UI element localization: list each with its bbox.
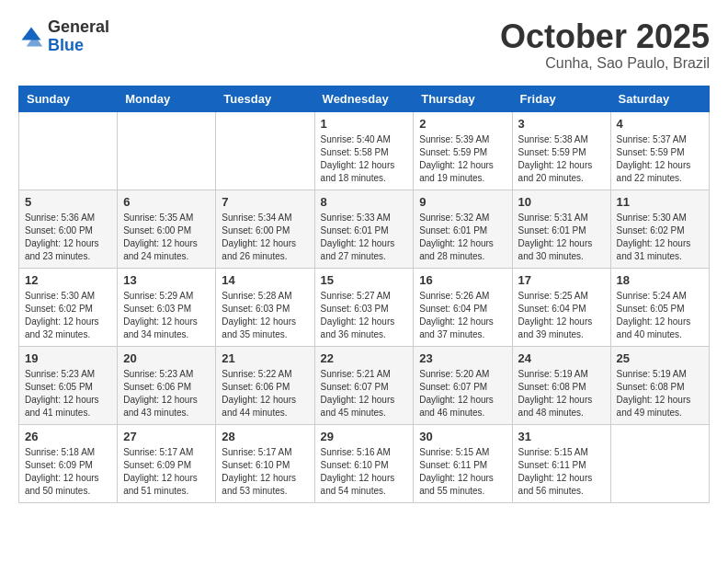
calendar-day-cell: 17Sunrise: 5:25 AM Sunset: 6:04 PM Dayli… <box>512 268 610 346</box>
calendar-day-cell: 29Sunrise: 5:16 AM Sunset: 6:10 PM Dayli… <box>314 424 414 502</box>
calendar-day-cell: 18Sunrise: 5:24 AM Sunset: 6:05 PM Dayli… <box>610 268 709 346</box>
calendar-day-cell: 3Sunrise: 5:38 AM Sunset: 5:59 PM Daylig… <box>512 111 610 190</box>
calendar-day-cell: 12Sunrise: 5:30 AM Sunset: 6:02 PM Dayli… <box>19 268 118 346</box>
calendar-day-cell: 30Sunrise: 5:15 AM Sunset: 6:11 PM Dayli… <box>414 424 512 502</box>
day-number: 5 <box>25 195 111 209</box>
day-info: Sunrise: 5:19 AM Sunset: 6:08 PM Dayligh… <box>617 368 703 419</box>
day-info: Sunrise: 5:33 AM Sunset: 6:01 PM Dayligh… <box>321 212 408 263</box>
day-info: Sunrise: 5:15 AM Sunset: 6:11 PM Dayligh… <box>518 446 605 498</box>
calendar-day-cell: 22Sunrise: 5:21 AM Sunset: 6:07 PM Dayli… <box>314 346 414 424</box>
calendar-week-row: 1Sunrise: 5:40 AM Sunset: 5:58 PM Daylig… <box>19 111 710 190</box>
calendar-day-cell: 16Sunrise: 5:26 AM Sunset: 6:04 PM Dayli… <box>414 268 512 346</box>
calendar-day-cell <box>610 424 709 502</box>
day-number: 23 <box>419 351 506 365</box>
logo: General Blue <box>18 18 109 55</box>
day-info: Sunrise: 5:27 AM Sunset: 6:03 PM Dayligh… <box>321 290 408 341</box>
day-info: Sunrise: 5:24 AM Sunset: 6:05 PM Dayligh… <box>617 290 703 341</box>
day-number: 7 <box>222 195 308 209</box>
day-number: 20 <box>123 351 210 365</box>
calendar-day-cell: 31Sunrise: 5:15 AM Sunset: 6:11 PM Dayli… <box>512 424 610 502</box>
page-container: General Blue October 2025 Cunha, Sao Pau… <box>18 18 710 503</box>
calendar-day-cell: 11Sunrise: 5:30 AM Sunset: 6:02 PM Dayli… <box>610 190 709 268</box>
calendar-day-cell: 15Sunrise: 5:27 AM Sunset: 6:03 PM Dayli… <box>314 268 414 346</box>
weekday-header: Tuesday <box>216 86 314 111</box>
month-title: October 2025 <box>500 18 710 55</box>
calendar-day-cell: 5Sunrise: 5:36 AM Sunset: 6:00 PM Daylig… <box>19 190 118 268</box>
calendar-week-row: 19Sunrise: 5:23 AM Sunset: 6:05 PM Dayli… <box>19 346 710 424</box>
day-number: 26 <box>25 430 111 443</box>
day-info: Sunrise: 5:30 AM Sunset: 6:02 PM Dayligh… <box>25 290 111 341</box>
day-info: Sunrise: 5:17 AM Sunset: 6:10 PM Dayligh… <box>222 446 308 498</box>
calendar-week-row: 5Sunrise: 5:36 AM Sunset: 6:00 PM Daylig… <box>19 190 710 268</box>
day-info: Sunrise: 5:38 AM Sunset: 5:59 PM Dayligh… <box>518 133 605 185</box>
calendar-day-cell: 21Sunrise: 5:22 AM Sunset: 6:06 PM Dayli… <box>216 346 314 424</box>
calendar-day-cell: 23Sunrise: 5:20 AM Sunset: 6:07 PM Dayli… <box>414 346 512 424</box>
header: General Blue October 2025 Cunha, Sao Pau… <box>18 18 710 72</box>
day-info: Sunrise: 5:40 AM Sunset: 5:58 PM Dayligh… <box>321 133 408 185</box>
calendar-week-row: 26Sunrise: 5:18 AM Sunset: 6:09 PM Dayli… <box>19 424 710 502</box>
weekday-row: SundayMondayTuesdayWednesdayThursdayFrid… <box>19 86 710 111</box>
calendar-week-row: 12Sunrise: 5:30 AM Sunset: 6:02 PM Dayli… <box>19 268 710 346</box>
calendar-day-cell: 26Sunrise: 5:18 AM Sunset: 6:09 PM Dayli… <box>19 424 118 502</box>
day-number: 18 <box>617 273 703 287</box>
day-number: 13 <box>123 273 210 287</box>
day-info: Sunrise: 5:26 AM Sunset: 6:04 PM Dayligh… <box>419 290 506 341</box>
calendar-day-cell: 2Sunrise: 5:39 AM Sunset: 5:59 PM Daylig… <box>414 111 512 190</box>
calendar-day-cell: 14Sunrise: 5:28 AM Sunset: 6:03 PM Dayli… <box>216 268 314 346</box>
weekday-header: Wednesday <box>314 86 414 111</box>
day-info: Sunrise: 5:39 AM Sunset: 5:59 PM Dayligh… <box>419 133 506 185</box>
calendar-day-cell: 24Sunrise: 5:19 AM Sunset: 6:08 PM Dayli… <box>512 346 610 424</box>
day-info: Sunrise: 5:32 AM Sunset: 6:01 PM Dayligh… <box>419 212 506 263</box>
calendar-day-cell: 6Sunrise: 5:35 AM Sunset: 6:00 PM Daylig… <box>118 190 216 268</box>
calendar: SundayMondayTuesdayWednesdayThursdayFrid… <box>18 86 710 503</box>
day-number: 25 <box>617 351 703 365</box>
calendar-day-cell <box>118 111 216 190</box>
calendar-day-cell: 19Sunrise: 5:23 AM Sunset: 6:05 PM Dayli… <box>19 346 118 424</box>
svg-marker-0 <box>22 27 41 40</box>
day-info: Sunrise: 5:25 AM Sunset: 6:04 PM Dayligh… <box>518 290 605 341</box>
calendar-header: SundayMondayTuesdayWednesdayThursdayFrid… <box>19 86 710 111</box>
weekday-header: Sunday <box>19 86 118 111</box>
day-info: Sunrise: 5:34 AM Sunset: 6:00 PM Dayligh… <box>222 212 308 263</box>
day-number: 11 <box>617 195 703 209</box>
day-info: Sunrise: 5:31 AM Sunset: 6:01 PM Dayligh… <box>518 212 605 263</box>
calendar-day-cell: 10Sunrise: 5:31 AM Sunset: 6:01 PM Dayli… <box>512 190 610 268</box>
day-number: 21 <box>222 351 308 365</box>
weekday-header: Friday <box>512 86 610 111</box>
day-number: 27 <box>123 430 210 443</box>
day-number: 31 <box>518 430 605 443</box>
calendar-day-cell: 20Sunrise: 5:23 AM Sunset: 6:06 PM Dayli… <box>118 346 216 424</box>
day-number: 30 <box>419 430 506 443</box>
calendar-day-cell: 28Sunrise: 5:17 AM Sunset: 6:10 PM Dayli… <box>216 424 314 502</box>
day-info: Sunrise: 5:15 AM Sunset: 6:11 PM Dayligh… <box>419 446 506 498</box>
day-info: Sunrise: 5:18 AM Sunset: 6:09 PM Dayligh… <box>25 446 111 498</box>
day-number: 9 <box>419 195 506 209</box>
day-number: 6 <box>123 195 210 209</box>
day-info: Sunrise: 5:37 AM Sunset: 5:59 PM Dayligh… <box>617 133 703 185</box>
day-number: 14 <box>222 273 308 287</box>
day-number: 15 <box>321 273 408 287</box>
calendar-day-cell <box>216 111 314 190</box>
day-info: Sunrise: 5:16 AM Sunset: 6:10 PM Dayligh… <box>321 446 408 498</box>
day-number: 2 <box>419 117 506 131</box>
day-number: 19 <box>25 351 111 365</box>
day-number: 4 <box>617 117 703 131</box>
day-info: Sunrise: 5:36 AM Sunset: 6:00 PM Dayligh… <box>25 212 111 263</box>
day-info: Sunrise: 5:30 AM Sunset: 6:02 PM Dayligh… <box>617 212 703 263</box>
calendar-day-cell: 8Sunrise: 5:33 AM Sunset: 6:01 PM Daylig… <box>314 190 414 268</box>
day-info: Sunrise: 5:23 AM Sunset: 6:06 PM Dayligh… <box>123 368 210 419</box>
day-info: Sunrise: 5:19 AM Sunset: 6:08 PM Dayligh… <box>518 368 605 419</box>
day-info: Sunrise: 5:29 AM Sunset: 6:03 PM Dayligh… <box>123 290 210 341</box>
calendar-day-cell: 7Sunrise: 5:34 AM Sunset: 6:00 PM Daylig… <box>216 190 314 268</box>
title-block: October 2025 Cunha, Sao Paulo, Brazil <box>500 18 710 72</box>
weekday-header: Saturday <box>610 86 709 111</box>
day-number: 24 <box>518 351 605 365</box>
weekday-header: Monday <box>118 86 216 111</box>
day-number: 16 <box>419 273 506 287</box>
day-number: 1 <box>321 117 408 131</box>
calendar-day-cell: 13Sunrise: 5:29 AM Sunset: 6:03 PM Dayli… <box>118 268 216 346</box>
day-number: 3 <box>518 117 605 131</box>
day-number: 12 <box>25 273 111 287</box>
day-number: 8 <box>321 195 408 209</box>
calendar-day-cell: 27Sunrise: 5:17 AM Sunset: 6:09 PM Dayli… <box>118 424 216 502</box>
